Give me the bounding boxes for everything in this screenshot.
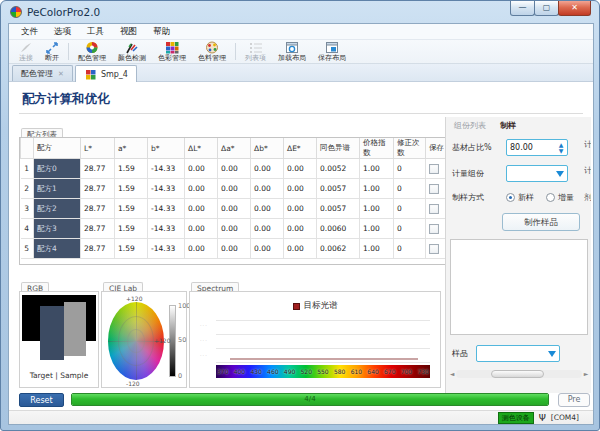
menu-item-2[interactable]: 工具: [79, 24, 112, 39]
legend-swatch-icon: [293, 303, 300, 310]
app-logo-icon: [10, 6, 22, 18]
cell-corrections: 0: [394, 179, 426, 199]
close-tab-icon[interactable]: ✕: [58, 70, 64, 78]
wavelength-tick: 490: [284, 368, 295, 375]
cell-a: 1.59: [115, 219, 148, 239]
table-row[interactable]: 4配方328.771.59-14.330.000.000.000.000.006…: [21, 219, 448, 239]
method-label: 制样方式: [452, 192, 506, 203]
toolbar-button-5[interactable]: 色彩管理: [152, 40, 192, 63]
cell-b: -14.33: [148, 199, 185, 219]
formula-name-cell[interactable]: 配方4: [34, 239, 81, 259]
radio-button-icon[interactable]: [506, 193, 515, 202]
wavelength-tick: 580: [334, 368, 345, 375]
scroll-left-icon[interactable]: ◄: [448, 370, 456, 377]
pre-button[interactable]: Pre: [558, 393, 590, 407]
cell-price: 1.00: [360, 219, 394, 239]
radio-label: 增量: [558, 192, 574, 203]
close-button[interactable]: ✕: [558, 1, 591, 16]
table-row[interactable]: 2配方128.771.59-14.330.000.000.000.000.005…: [21, 179, 448, 199]
save-checkbox[interactable]: [429, 184, 439, 194]
cell-price: 1.00: [360, 239, 394, 259]
column-header: Δa*: [218, 138, 251, 159]
toolbar-button-1[interactable]: 断开: [39, 40, 65, 63]
window-title: PeColorPro2.0: [27, 6, 100, 18]
radio-button-icon[interactable]: [546, 193, 555, 202]
cell-a: 1.59: [115, 159, 148, 179]
cell-save: [426, 199, 448, 219]
formula-table: 配方L*a*b*ΔL*Δa*Δb*ΔE*同色异谱价格指数修正次数保存 1配方02…: [20, 138, 447, 259]
statusbar: 测色设备 Ψ [COM4]: [9, 410, 593, 424]
cell-dL: 0.00: [185, 179, 218, 199]
scrollbar-track[interactable]: [456, 370, 582, 378]
sample-dropdown[interactable]: [476, 345, 560, 362]
spectrum-panel: 目标光谱 ··· ··· ··· 37040043046049052055058…: [189, 291, 441, 388]
table-row[interactable]: 1配方028.771.59-14.330.000.000.000.000.005…: [21, 159, 448, 179]
wavelength-tick: 430: [250, 368, 261, 375]
formula-table-header: 配方L*a*b*ΔL*Δa*Δb*ΔE*同色异谱价格指数修正次数保存: [21, 138, 448, 159]
base-ratio-spinner[interactable]: ▲▼: [506, 139, 568, 156]
load-layout-icon: [285, 41, 299, 53]
menu-item-3[interactable]: 视图: [112, 24, 145, 39]
method-radio-option-1[interactable]: 增量: [546, 192, 574, 203]
formula-name-cell[interactable]: 配方0: [34, 159, 81, 179]
scroll-right-icon[interactable]: ►: [582, 370, 590, 377]
base-ratio-input[interactable]: [507, 143, 555, 152]
save-checkbox[interactable]: [429, 244, 439, 254]
wavelength-axis-band: 370400430460490520550580610640670700730: [216, 365, 430, 378]
row-number: 5: [21, 239, 34, 259]
cell-L: 28.77: [81, 219, 115, 239]
clipped-label-fragment: 剂: [584, 192, 591, 203]
save-checkbox[interactable]: [429, 204, 439, 214]
toolbar-button-4[interactable]: 颜色检测: [112, 40, 152, 63]
column-header: ΔE*: [284, 138, 317, 159]
doc-tab-label: 配色管理: [21, 68, 53, 79]
spectrum-y-tick: ···: [200, 322, 208, 328]
method-radio-option-0[interactable]: 新样: [506, 192, 534, 203]
table-row[interactable]: 5配方428.771.59-14.330.000.000.000.000.006…: [21, 239, 448, 259]
component-listbox[interactable]: [450, 239, 588, 335]
sample-color-swatch: [64, 302, 86, 356]
list-icon: [249, 41, 263, 53]
lab-axis-tick-right: +120: [154, 337, 170, 344]
cell-da: 0.00: [218, 239, 251, 259]
horizontal-scrollbar[interactable]: ◄ ►: [448, 369, 590, 378]
cell-save: [426, 239, 448, 259]
save-checkbox[interactable]: [429, 224, 439, 234]
formula-table-box: 配方L*a*b*ΔL*Δa*Δb*ΔE*同色异谱价格指数修正次数保存 1配方02…: [19, 137, 447, 265]
menu-item-0[interactable]: 文件: [13, 24, 46, 39]
radio-label: 新样: [518, 192, 534, 203]
doc-tab-0[interactable]: 配色管理✕: [12, 65, 73, 81]
toolbar-button-label: 列表项: [245, 53, 266, 63]
toolbar-button-9[interactable]: 加载布局: [272, 40, 312, 63]
right-panel-tab-1[interactable]: 制样: [500, 120, 516, 131]
title-divider: [19, 113, 583, 114]
wavelength-tick: 730: [417, 368, 428, 375]
minimize-button[interactable]: —: [510, 1, 535, 16]
clipped-label-fragment: 计: [584, 139, 591, 150]
sample-label: 样品: [452, 348, 476, 359]
scrollbar-thumb[interactable]: [491, 370, 544, 378]
maximize-button[interactable]: ▢: [534, 1, 559, 16]
right-panel-tab-0[interactable]: 组份列表: [454, 120, 486, 131]
component-dropdown[interactable]: [506, 165, 568, 182]
toolbar-button-6[interactable]: 色料管理: [192, 40, 232, 63]
formula-name-cell[interactable]: 配方2: [34, 199, 81, 219]
toolbar-button-3[interactable]: 配色管理: [72, 40, 112, 63]
app-window: PeColorPro2.0 — ▢ ✕ 文件选项工具视图帮助 连接断开配色管理颜…: [0, 0, 600, 431]
doc-tab-1[interactable]: Smp_4: [75, 65, 137, 82]
make-sample-button[interactable]: 制作样品: [502, 213, 580, 231]
menu-item-1[interactable]: 选项: [46, 24, 79, 39]
toolbar-button-10[interactable]: 保存布局: [312, 40, 352, 63]
reset-button[interactable]: Reset: [19, 393, 64, 407]
cell-metamerism: 0.0052: [317, 159, 360, 179]
cell-L: 28.77: [81, 159, 115, 179]
table-row[interactable]: 3配方228.771.59-14.330.000.000.000.000.005…: [21, 199, 448, 219]
lightness-tick: 0: [178, 372, 182, 380]
column-header: Δb*: [251, 138, 284, 159]
save-checkbox[interactable]: [429, 164, 439, 174]
formula-name-cell[interactable]: 配方3: [34, 219, 81, 239]
spinner-arrows-icon[interactable]: ▲▼: [555, 142, 567, 154]
cell-price: 1.00: [360, 199, 394, 219]
menu-item-4[interactable]: 帮助: [145, 24, 178, 39]
formula-name-cell[interactable]: 配方1: [34, 179, 81, 199]
